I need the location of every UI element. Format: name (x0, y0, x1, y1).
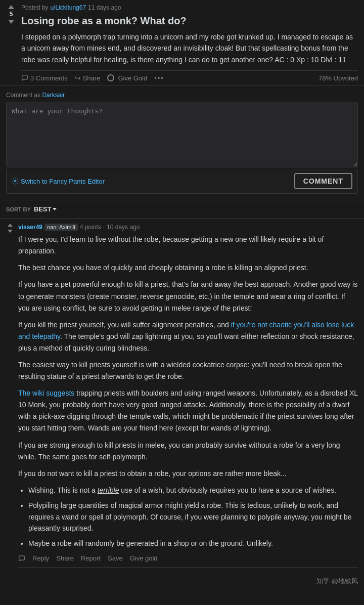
fancy-pants-link[interactable]: Switch to Fancy Pants Editor (12, 178, 105, 185)
comments-count: 3 Comments (30, 74, 68, 82)
inline-link-1[interactable]: if you're not chaotic you'll also lose l… (18, 321, 354, 340)
comment-para-2: The best chance you have of quickly and … (18, 262, 358, 274)
fancy-pants-label: Switch to Fancy Pants Editor (21, 178, 105, 185)
save-button[interactable]: Save (108, 554, 123, 562)
sort-value-dropdown[interactable]: BEST (34, 205, 57, 213)
comment-time: 10 days ago (107, 224, 140, 231)
sort-bar: SORT BY BEST (0, 200, 364, 219)
list-item: Maybe a robe will randomly be generated … (28, 538, 358, 549)
comment-actions-bar: Reply Share Report Save Give gold (18, 554, 358, 568)
vote-count: 5 (10, 10, 13, 19)
post-container: 5 Posted by u/Lickitung67 11 days ago Lo… (0, 0, 364, 85)
comments-action[interactable]: 3 Comments (21, 74, 68, 82)
reply-button[interactable]: Reply (32, 554, 49, 562)
share-comment-button[interactable]: Share (56, 554, 74, 562)
svg-point-0 (14, 180, 16, 182)
upvote-button[interactable] (8, 5, 14, 9)
gold-label: Give Gold (118, 74, 147, 82)
post-body: I stepped on a polymorph trap turning in… (21, 31, 358, 65)
table-row: visser49 nao: Aximili 4 points · 10 days… (6, 224, 358, 573)
watermark: 知乎 @地铁风 (0, 573, 364, 590)
comment-points: 4 points (80, 224, 101, 231)
share-icon: ↪ (75, 74, 81, 82)
comment-para-3: If you have a pet powerful enough to kil… (18, 279, 358, 314)
share-label: Share (83, 74, 101, 82)
post-content: Posted by u/Lickitung67 11 days ago Losi… (21, 4, 358, 85)
post-vote: 5 (6, 4, 16, 24)
sort-current-value: BEST (34, 205, 52, 213)
post-actions: 3 Comments ↪ Share Give Gold ••• 78% Upv… (21, 70, 358, 85)
comment-para-6: The wiki suggests trapping priests with … (18, 387, 358, 434)
comment-vote (6, 224, 14, 568)
downvote-button[interactable] (8, 20, 14, 24)
comment-text: If I were you, I'd learn to live without… (18, 234, 358, 549)
posted-by-label: Posted by (21, 4, 48, 11)
comment-flair: nao: Aximili (44, 224, 78, 231)
post-header: 5 Posted by u/Lickitung67 11 days ago Lo… (6, 4, 358, 85)
comment-as-text: Comment as (6, 92, 40, 99)
comment-thread: visser49 nao: Aximili 4 points · 10 days… (0, 219, 364, 573)
comment-separator: · (103, 224, 105, 231)
comment-box-section: Comment as Darksair Switch to Fancy Pant… (0, 85, 364, 200)
watermark-text: 知乎 @地铁风 (316, 577, 358, 585)
comment-body: visser49 nao: Aximili 4 points · 10 days… (18, 224, 358, 568)
comment-para-1: If I were you, I'd learn to live without… (18, 234, 358, 257)
post-time: 11 days ago (88, 4, 121, 11)
comment-icon (21, 74, 28, 81)
more-options[interactable]: ••• (154, 74, 164, 82)
comment-meta: visser49 nao: Aximili 4 points · 10 days… (18, 224, 358, 231)
comment-textarea[interactable] (6, 102, 358, 167)
comment-author[interactable]: visser49 (18, 224, 42, 231)
settings-icon (12, 178, 19, 185)
share-action[interactable]: ↪ Share (75, 74, 101, 82)
comment-downvote-button[interactable] (8, 230, 13, 233)
comment-upvote-button[interactable] (8, 224, 13, 227)
gold-action[interactable]: Give Gold (107, 74, 147, 82)
post-author[interactable]: u/Lickitung67 (50, 4, 86, 11)
comment-para-4: If you kill the priest yourself, you wil… (18, 319, 358, 354)
comment-para-7: If you are strong enough to kill priests… (18, 440, 358, 463)
comment-as-label: Comment as Darksair (6, 92, 358, 99)
sort-by-label: SORT BY (6, 206, 31, 212)
list-item: Wishing. This is not a terrible use of a… (28, 485, 358, 496)
list-item: Polypiling large quantities of magical a… (28, 500, 358, 534)
gold-icon (107, 74, 114, 81)
comment-bullet-list: Wishing. This is not a terrible use of a… (28, 485, 358, 549)
post-meta: Posted by u/Lickitung67 11 days ago (21, 4, 358, 11)
give-gold-button[interactable]: Give gold (130, 554, 158, 562)
reply-bubble-icon (18, 555, 25, 561)
comment-username[interactable]: Darksair (42, 92, 65, 99)
comment-para-5: The easiest way to kill priests yourself… (18, 359, 358, 382)
report-button[interactable]: Report (81, 554, 101, 562)
post-title: Losing robe as a monk? What do? (21, 14, 358, 27)
comment-submit-button[interactable]: COMMENT (294, 173, 352, 189)
chevron-down-icon (53, 208, 57, 210)
upvote-percentage: 78% Upvoted (318, 74, 358, 82)
inline-link-2[interactable]: The wiki suggests (18, 389, 74, 397)
comment-para-8: If you do not want to kill a priest to o… (18, 468, 358, 480)
comment-box-footer: Switch to Fancy Pants Editor COMMENT (6, 169, 358, 194)
